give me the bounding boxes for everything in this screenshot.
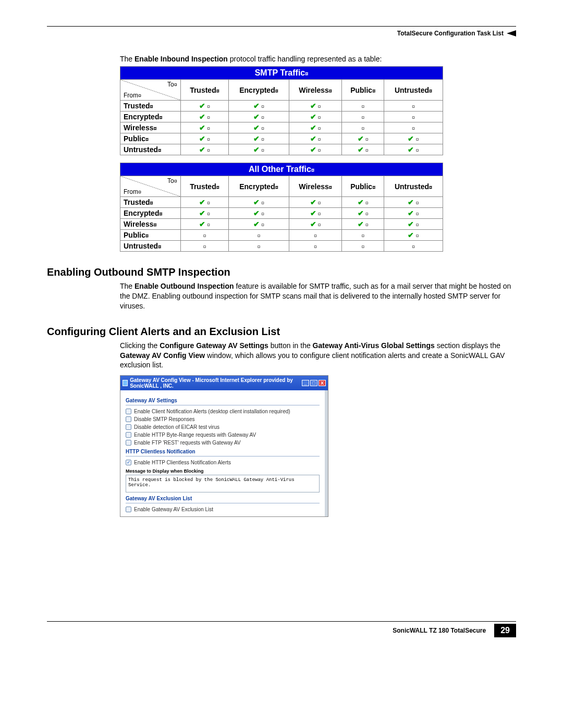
traffic-cell: ✔ ¤: [229, 122, 289, 133]
traffic-cell: ✔ ¤: [229, 144, 289, 155]
row-header: Wireless: [120, 219, 181, 230]
traffic-cell: ✔ ¤: [229, 208, 289, 219]
message-label: Message to Display when Blocking: [126, 468, 320, 474]
traffic-cell: ✔ ¤: [384, 144, 443, 155]
checkbox-icon[interactable]: [126, 440, 131, 446]
traffic-cell: ¤: [384, 122, 443, 133]
traffic-cell: ¤: [180, 230, 228, 241]
traffic-cell: ✔ ¤: [384, 230, 443, 241]
table-row: Public✔ ¤✔ ¤✔ ¤✔ ¤✔ ¤: [120, 133, 443, 144]
table-row: Untrusted✔ ¤✔ ¤✔ ¤✔ ¤✔ ¤: [120, 144, 443, 155]
traffic-cell: ✔ ¤: [180, 219, 228, 230]
traffic-cell: ¤: [229, 241, 289, 252]
exclusion-heading: Gateway AV Exclusion List: [126, 496, 320, 503]
traffic-cell: ¤: [180, 241, 228, 252]
close-icon[interactable]: X: [319, 380, 326, 386]
table-row: Untrusted¤¤¤¤¤: [120, 241, 443, 252]
traffic-table: All Other TrafficToFromTrustedEncryptedW…: [120, 163, 443, 252]
traffic-cell: ✔ ¤: [229, 197, 289, 208]
section-heading-alerts: Configuring Client Alerts and an Exclusi…: [47, 326, 516, 338]
header-arrow-icon: [507, 30, 516, 36]
row-header: Wireless: [120, 122, 181, 133]
app-icon: [123, 380, 128, 386]
row-header: Trusted: [120, 101, 181, 112]
clientless-heading: HTTP Clientless Notification: [126, 449, 320, 456]
traffic-cell: ¤: [384, 101, 443, 112]
traffic-cell: ✔ ¤: [384, 133, 443, 144]
traffic-cell: ¤: [384, 241, 443, 252]
column-header: Trusted: [180, 176, 228, 197]
row-header: Public: [120, 230, 181, 241]
traffic-cell: ¤: [342, 230, 384, 241]
blocking-message-textarea[interactable]: This request is blocked by the SonicWALL…: [126, 475, 320, 492]
checkbox-label: Enable FTP 'REST' requests with Gateway …: [134, 440, 241, 446]
row-header: Untrusted: [120, 241, 181, 252]
traffic-cell: ✔ ¤: [342, 219, 384, 230]
checkbox-row[interactable]: Enable HTTP Clientless Notification Aler…: [126, 460, 320, 465]
traffic-cell: ✔ ¤: [229, 112, 289, 122]
traffic-cell: ✔ ¤: [289, 144, 341, 155]
table-row: Wireless✔ ¤✔ ¤✔ ¤✔ ¤✔ ¤: [120, 219, 443, 230]
checkbox-icon[interactable]: [126, 507, 131, 512]
alerts-paragraph: Clicking the Configure Gateway AV Settin…: [120, 341, 516, 371]
window-titlebar: Gateway AV Config View - Microsoft Inter…: [120, 376, 328, 390]
checkbox-label: Enable Client Notification Alerts (deskt…: [134, 409, 290, 414]
checkbox-label: Enable HTTP Byte-Range requests with Gat…: [134, 432, 256, 438]
section-heading-outbound: Enabling Outbound SMTP Inspection: [47, 266, 516, 278]
traffic-cell: ¤: [384, 112, 443, 122]
column-header: Public: [342, 176, 384, 197]
minimize-icon[interactable]: _: [302, 380, 309, 386]
traffic-cell: ✔ ¤: [180, 101, 228, 112]
traffic-cell: ✔ ¤: [180, 133, 228, 144]
checkbox-icon[interactable]: [126, 432, 131, 438]
traffic-cell: ✔ ¤: [342, 197, 384, 208]
checkbox-row[interactable]: Enable Client Notification Alerts (deskt…: [126, 409, 320, 414]
settings-heading: Gateway AV Settings: [126, 398, 320, 405]
traffic-cell: ✔ ¤: [289, 101, 341, 112]
checkbox-row[interactable]: Disable SMTP Responses: [126, 416, 320, 422]
traffic-cell: ✔ ¤: [289, 219, 341, 230]
traffic-cell: ✔ ¤: [289, 208, 341, 219]
config-window-screenshot: Gateway AV Config View - Microsoft Inter…: [120, 375, 328, 517]
traffic-cell: ✔ ¤: [229, 133, 289, 144]
traffic-cell: ✔ ¤: [289, 197, 341, 208]
column-header: Encrypted: [229, 80, 289, 101]
page-footer: SonicWALL TZ 180 TotalSecure 29: [47, 624, 516, 637]
column-header: Wireless: [289, 176, 341, 197]
table-row: Trusted✔ ¤✔ ¤✔ ¤✔ ¤✔ ¤: [120, 197, 443, 208]
checkbox-icon[interactable]: [126, 416, 131, 422]
table-row: Public¤¤¤¤✔ ¤: [120, 230, 443, 241]
traffic-cell: ¤: [342, 241, 384, 252]
table-corner: ToFrom: [120, 80, 181, 101]
column-header: Public: [342, 80, 384, 101]
checkbox-label: Enable Gateway AV Exclusion List: [134, 507, 213, 512]
traffic-cell: ✔ ¤: [289, 112, 341, 122]
traffic-cell: ¤: [229, 230, 289, 241]
table-row: Encrypted✔ ¤✔ ¤✔ ¤✔ ¤✔ ¤: [120, 208, 443, 219]
checkbox-icon[interactable]: [126, 424, 131, 430]
running-header: TotalSecure Configuration Task List: [47, 30, 516, 37]
traffic-cell: ✔ ¤: [384, 197, 443, 208]
traffic-cell: ✔ ¤: [384, 219, 443, 230]
footer-product: SonicWALL TZ 180 TotalSecure: [393, 627, 486, 634]
checkbox-row[interactable]: Enable Gateway AV Exclusion List: [126, 507, 320, 512]
checkbox-label: Disable detection of EICAR test virus: [134, 424, 219, 430]
page-number: 29: [494, 624, 516, 637]
maximize-icon[interactable]: □: [310, 380, 317, 386]
traffic-cell: ¤: [342, 112, 384, 122]
checkbox-row[interactable]: Enable HTTP Byte-Range requests with Gat…: [126, 432, 320, 438]
column-header: Untrusted: [384, 80, 443, 101]
checkbox-row[interactable]: Enable FTP 'REST' requests with Gateway …: [126, 440, 320, 446]
intro-paragraph: The Enable Inbound Inspection protocol t…: [120, 55, 516, 63]
row-header: Encrypted: [120, 208, 181, 219]
traffic-cell: ✔ ¤: [384, 208, 443, 219]
traffic-cell: ✔ ¤: [180, 112, 228, 122]
checkbox-row[interactable]: Disable detection of EICAR test virus: [126, 424, 320, 430]
checkbox-icon[interactable]: [126, 460, 131, 465]
traffic-cell: ✔ ¤: [342, 133, 384, 144]
row-header: Untrusted: [120, 144, 181, 155]
column-header: Wireless: [289, 80, 341, 101]
table-title: All Other Traffic: [120, 163, 443, 176]
traffic-cell: ✔ ¤: [180, 144, 228, 155]
checkbox-icon[interactable]: [126, 409, 131, 414]
